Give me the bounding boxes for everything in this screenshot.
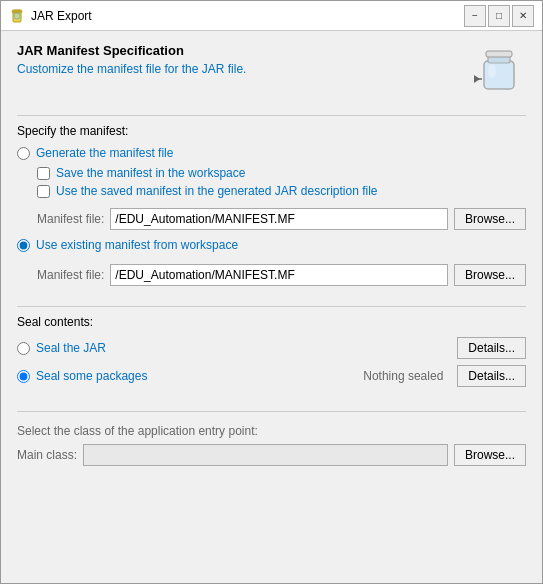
existing-manifest-browse-button[interactable]: Browse... <box>454 264 526 286</box>
seal-packages-row: Seal some packages Nothing sealed Detail… <box>17 365 526 387</box>
entry-point-section: Select the class of the application entr… <box>17 424 526 466</box>
generate-manifest-file-label: Manifest file: <box>37 212 104 226</box>
seal-packages-details-button[interactable]: Details... <box>457 365 526 387</box>
main-content: JAR Manifest Specification Customize the… <box>1 31 542 583</box>
existing-manifest-file-input[interactable] <box>110 264 448 286</box>
svg-point-2 <box>14 13 20 19</box>
svg-rect-3 <box>484 61 514 89</box>
main-class-input[interactable] <box>83 444 448 466</box>
entry-point-label: Select the class of the application entr… <box>17 424 526 438</box>
use-saved-checkbox[interactable] <box>37 185 50 198</box>
svg-point-6 <box>488 64 496 78</box>
header-description: Customize the manifest file for the JAR … <box>17 62 464 76</box>
title-bar-controls: − □ ✕ <box>464 5 534 27</box>
generate-manifest-file-row: Manifest file: Browse... <box>37 208 526 230</box>
jar-export-window: JAR Export − □ ✕ JAR Manifest Specificat… <box>0 0 543 584</box>
generate-manifest-label[interactable]: Generate the manifest file <box>36 146 173 160</box>
seal-packages-radio-group: Seal some packages <box>17 369 363 383</box>
header-text: JAR Manifest Specification Customize the… <box>17 43 464 76</box>
restore-button[interactable]: □ <box>488 5 510 27</box>
seal-separator <box>17 306 526 307</box>
seal-packages-label[interactable]: Seal some packages <box>36 369 147 383</box>
generate-manifest-browse-button[interactable]: Browse... <box>454 208 526 230</box>
specify-label: Specify the manifest: <box>17 124 526 138</box>
use-existing-manifest-radio[interactable] <box>17 239 30 252</box>
existing-manifest-file-row: Manifest file: Browse... <box>37 264 526 286</box>
svg-rect-1 <box>12 10 22 13</box>
page-title: JAR Manifest Specification <box>17 43 464 58</box>
entry-separator <box>17 411 526 412</box>
header-separator <box>17 115 526 116</box>
title-bar: JAR Export − □ ✕ <box>1 1 542 31</box>
save-manifest-checkbox-row: Save the manifest in the workspace <box>37 166 526 180</box>
seal-jar-details-button[interactable]: Details... <box>457 337 526 359</box>
main-class-label: Main class: <box>17 448 77 462</box>
use-existing-manifest-label[interactable]: Use existing manifest from workspace <box>36 238 238 252</box>
main-class-row: Main class: Browse... <box>17 444 526 466</box>
header-area: JAR Manifest Specification Customize the… <box>17 43 526 97</box>
nothing-sealed-text: Nothing sealed <box>363 369 443 383</box>
use-saved-checkbox-row: Use the saved manifest in the generated … <box>37 184 526 198</box>
generate-manifest-file-input[interactable] <box>110 208 448 230</box>
save-manifest-checkbox[interactable] <box>37 167 50 180</box>
seal-jar-radio-group: Seal the JAR <box>17 341 451 355</box>
close-button[interactable]: ✕ <box>512 5 534 27</box>
jar-export-icon <box>9 8 25 24</box>
seal-section: Seal contents: Seal the JAR Details... S… <box>17 315 526 393</box>
generate-radio-row: Generate the manifest file <box>17 146 526 160</box>
title-bar-text: JAR Export <box>31 9 464 23</box>
jar-image <box>472 43 526 97</box>
seal-jar-radio[interactable] <box>17 342 30 355</box>
main-class-browse-button[interactable]: Browse... <box>454 444 526 466</box>
use-existing-radio-row: Use existing manifest from workspace <box>17 238 526 252</box>
use-saved-label[interactable]: Use the saved manifest in the generated … <box>56 184 378 198</box>
seal-jar-row: Seal the JAR Details... <box>17 337 526 359</box>
existing-manifest-file-label: Manifest file: <box>37 268 104 282</box>
save-manifest-label[interactable]: Save the manifest in the workspace <box>56 166 245 180</box>
svg-rect-5 <box>486 51 512 57</box>
seal-packages-radio[interactable] <box>17 370 30 383</box>
generate-manifest-radio[interactable] <box>17 147 30 160</box>
minimize-button[interactable]: − <box>464 5 486 27</box>
seal-jar-label[interactable]: Seal the JAR <box>36 341 106 355</box>
seal-contents-label: Seal contents: <box>17 315 526 329</box>
